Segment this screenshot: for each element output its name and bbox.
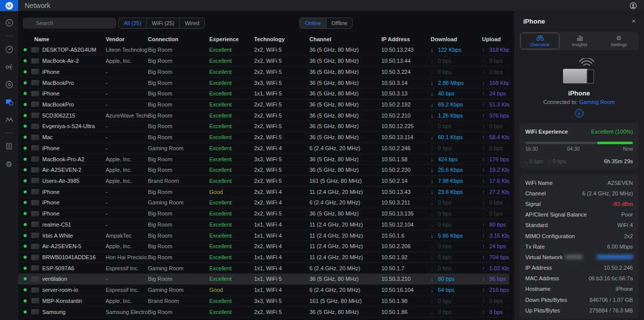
- column-header-vendor[interactable]: Vendor: [106, 36, 148, 42]
- table-row[interactable]: iPhone-Gaming RoomExcellent2x2, WiFi 46 …: [18, 143, 509, 154]
- ip-cell: 10.50.2.210: [381, 113, 431, 119]
- table-row[interactable]: iPhone-Big RoomExcellent1x1, WiFi 536 (5…: [18, 88, 509, 99]
- column-header-download[interactable]: Download: [431, 36, 482, 42]
- table-row[interactable]: MacBookPro-Big RoomExcellent3x3, WiFi 53…: [18, 77, 509, 88]
- vendor-cell: Apple, Inc.: [106, 178, 148, 184]
- device-thumbnail: [31, 287, 39, 293]
- channel-cell: 36 (5 GHz, 80 MHz): [309, 58, 381, 64]
- column-header-technology[interactable]: Technology: [254, 36, 309, 42]
- column-header-ip[interactable]: IP Address: [381, 36, 431, 42]
- channel-cell: 36 (5 GHz, 80 MHz): [309, 47, 381, 53]
- channel-cell: 6 (2.4 GHz, 20 MHz): [309, 199, 381, 205]
- table-row[interactable]: server-room-ioEspressif Inc.Gaming RoomG…: [18, 285, 509, 296]
- filter-all[interactable]: All (25): [119, 18, 146, 28]
- close-icon[interactable]: ✕: [631, 18, 636, 25]
- channel-cell: 36 (5 GHz, 80 MHz): [309, 69, 381, 75]
- table-row[interactable]: Evgeniya-s-S24-Ultra-Big RoomExcellent2x…: [18, 121, 509, 132]
- download-cell: ↓60.1 Kbps: [431, 134, 482, 140]
- table-row[interactable]: iPhone-Gaming RoomExcellent2x2, WiFi 46 …: [18, 197, 509, 208]
- table-row[interactable]: BRWB01041ADDE16Hon Hai Precisio...Big Ro…: [18, 252, 509, 263]
- devices-icon[interactable]: [4, 79, 14, 89]
- download-arrow-icon: ↓: [431, 276, 434, 282]
- connection-filter-group: All (25) WiFi (25) Wired: [118, 18, 205, 29]
- download-cell: ↓64 bps: [431, 287, 482, 293]
- technology-cell: 2x2, WiFi 4: [254, 145, 309, 151]
- ip-cell: 10.50.1.7: [381, 265, 431, 271]
- online-status-dot: [24, 48, 27, 51]
- online-status-dot: [24, 92, 27, 95]
- table-row[interactable]: iPhone-Big RoomExcellent2x2, WiFi 536 (5…: [18, 208, 509, 220]
- dashboard-gauge-icon[interactable]: [4, 44, 14, 54]
- info-icon[interactable]: i: [575, 109, 584, 118]
- client-name-cell: server-room-io: [18, 287, 106, 293]
- table-row[interactable]: ventilation-Big RoomExcellent1x1, WiFi 5…: [18, 274, 509, 285]
- property-row: IP Address10.50.2.246: [525, 263, 633, 273]
- online-status-dot: [24, 299, 27, 302]
- vendor-cell: Hon Hai Precisio...: [106, 254, 148, 260]
- table-row[interactable]: Mac-Big RoomExcellent2x2, WiFi 536 (5 GH…: [18, 132, 509, 143]
- toolbar: All (25) WiFi (25) Wired Online Offline: [18, 18, 514, 29]
- tab-settings[interactable]: ⚙ Settings: [600, 33, 638, 49]
- filter-wifi[interactable]: WiFi (25): [146, 18, 180, 28]
- tab-insights[interactable]: Insights: [560, 33, 599, 49]
- experience-cell: Excellent: [209, 69, 254, 75]
- settings-gear-icon[interactable]: ⚙: [4, 159, 14, 169]
- column-header-upload[interactable]: Upload: [482, 36, 509, 42]
- unifi-logo[interactable]: [0, 0, 18, 11]
- search-input[interactable]: [23, 18, 116, 29]
- table-row[interactable]: DESKTOP-A52G4UMLiteon Technolog...Big Ro…: [18, 45, 509, 56]
- table-row[interactable]: realme-C51-Big RoomExcellent1x1, WiFi 41…: [18, 220, 509, 231]
- client-name-cell: iPhone: [18, 210, 106, 217]
- column-header-connection[interactable]: Connection: [148, 36, 209, 42]
- table-row[interactable]: Air-A2SEVEN-2Apple, Inc.Big RoomExcellen…: [18, 165, 509, 176]
- ip-cell: 10.50.1.6: [381, 233, 431, 239]
- table-row[interactable]: Users-Air-3985Apple, Inc.Brand RoomExcel…: [18, 176, 509, 187]
- table-row[interactable]: SamsungSamsung Electron...Big RoomExcell…: [18, 306, 509, 317]
- connection-cell: Big Room: [148, 90, 209, 96]
- table-row[interactable]: MacBook-Pro-A2Apple, Inc.Big RoomExcelle…: [18, 154, 509, 165]
- clients-icon[interactable]: [4, 97, 14, 107]
- toggle-offline[interactable]: Offline: [326, 18, 353, 28]
- experience-label: WiFi Experience: [525, 129, 568, 135]
- table-row[interactable]: ESP-5097A6Espressif Inc.Gaming RoomExcel…: [18, 263, 509, 274]
- table-row[interactable]: MacBook-Air-2Apple, Inc.Big RoomExcellen…: [18, 56, 509, 67]
- topology-icon[interactable]: [4, 62, 14, 72]
- tab-overview[interactable]: Overview: [520, 33, 559, 49]
- toggle-online[interactable]: Online: [300, 18, 326, 28]
- ip-cell: 10.50.2.246: [381, 145, 431, 151]
- technology-cell: 2x2, WiFi 5: [254, 58, 309, 64]
- column-header-experience[interactable]: Experience: [209, 36, 254, 42]
- download-cell: ↓0 bps: [431, 199, 482, 205]
- table-row[interactable]: 5CD3062Z15AzureWave Techn...Big RoomExce…: [18, 110, 509, 121]
- system-log-icon[interactable]: [4, 141, 14, 151]
- experience-bar-fill: [597, 142, 633, 144]
- table-row[interactable]: Air-A2SEVEN-5Apple, Inc.Big RoomExcellen…: [18, 241, 509, 252]
- technology-cell: 2x2, WiFi 5: [254, 309, 309, 315]
- download-arrow-icon: ↓: [431, 101, 434, 108]
- site-d-icon[interactable]: D: [4, 18, 14, 28]
- experience-timeline-bar[interactable]: [525, 142, 633, 144]
- upload-arrow-icon: ↑: [482, 222, 485, 228]
- table-row[interactable]: MBP-KonstantinApple, Inc.Brand RoomExcel…: [18, 296, 509, 307]
- table-row[interactable]: iPhone-Big RoomExcellent2x2, WiFi 536 (5…: [18, 66, 509, 77]
- connection-cell: Big Room: [148, 233, 209, 239]
- upload-arrow-icon: ↑: [482, 101, 485, 108]
- download-arrow-icon: ↓: [431, 309, 434, 315]
- table-row[interactable]: Irbis A WhiteAmpakTecBig RoomExcellent1x…: [18, 230, 509, 241]
- experience-cell: Excellent: [209, 276, 254, 282]
- column-header-channel[interactable]: Channel: [309, 36, 381, 42]
- connected-ap-link[interactable]: Gaming Room: [579, 99, 615, 105]
- download-cell: ↓0 bps: [431, 298, 482, 304]
- experience-cell: Excellent: [209, 254, 254, 260]
- table-row[interactable]: MacBookPro-Big RoomExcellent2x2, WiFi 53…: [18, 99, 509, 111]
- device-thumbnail: [31, 244, 39, 249]
- column-header-name[interactable]: Name: [18, 36, 106, 42]
- filter-wired[interactable]: Wired: [179, 18, 204, 28]
- account-icon[interactable]: [629, 2, 637, 10]
- client-name-cell: 5CD3062Z15: [18, 113, 106, 119]
- table-row[interactable]: iPhone-Big RoomGood2x2, WiFi 411 (2.4 GH…: [18, 186, 509, 197]
- technology-cell: 2x2, WiFi 5: [254, 47, 309, 53]
- insights-wave-icon[interactable]: [4, 115, 14, 125]
- technology-cell: 2x2, WiFi 5: [254, 134, 309, 140]
- svg-text:D: D: [8, 21, 10, 25]
